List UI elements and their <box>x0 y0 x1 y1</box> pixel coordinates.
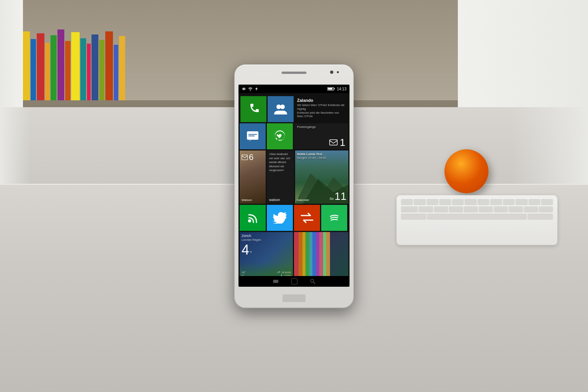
tile-spotify[interactable] <box>321 205 347 231</box>
svg-rect-12 <box>242 155 248 160</box>
tile-messages[interactable] <box>240 123 266 149</box>
watson-source: watson <box>269 198 292 202</box>
phone-body: 14:13 Zalando <box>235 65 353 308</box>
watson-label: Watson <box>242 198 252 202</box>
tile-watson[interactable]: 6 Watson <box>240 150 266 204</box>
inbox-count: 1 <box>340 137 345 147</box>
weather-precip: 💧 100% <box>280 274 291 276</box>
tile-rss[interactable] <box>240 205 266 231</box>
wifi-icon <box>248 87 253 91</box>
rss-icon <box>247 212 259 224</box>
calendar-event: Nokia Lumia Test <box>297 152 346 156</box>
zalando-title: Zalando <box>297 98 345 103</box>
tile-exchange[interactable] <box>294 205 320 231</box>
phone-bottom-area <box>283 294 305 302</box>
tile-calendar[interactable]: Nokia Lumia Test Morgen: 07:00 – 09:00 K… <box>295 150 348 204</box>
svg-point-1 <box>250 90 251 90</box>
weather-city: Zürich <box>242 234 291 238</box>
phone-speaker <box>282 72 307 74</box>
tile-phone[interactable] <box>240 96 266 122</box>
nfc-icon <box>242 87 246 91</box>
svg-rect-8 <box>248 134 257 135</box>
inbox-label: Posteingänge <box>297 125 345 129</box>
svg-point-16 <box>328 211 341 224</box>
twitter-bird-icon <box>273 212 287 224</box>
signal-icon <box>255 87 258 91</box>
status-time: 14:13 <box>337 87 346 91</box>
tile-whatsapp[interactable] <box>267 123 293 149</box>
status-bar: 14:13 <box>238 85 350 93</box>
screen-nav-bar <box>238 276 350 287</box>
nav-search[interactable] <box>310 278 316 284</box>
phone-sensor <box>337 71 339 73</box>
calendar-date: 11 <box>335 191 346 202</box>
weather-low: 0° <box>242 274 244 276</box>
tile-watson-news[interactable]: «Das bedeutet mir sehr viel. Ich werde d… <box>267 150 294 204</box>
calendar-day: So <box>330 197 334 201</box>
phone-camera <box>330 70 333 74</box>
status-right: 14:13 <box>327 87 346 91</box>
exchange-icon <box>301 212 314 223</box>
status-icons-left <box>242 87 258 91</box>
orange-ball <box>444 149 488 193</box>
zalando-text1: Wir lieben Marc O'Polo! Entdecke die Hig… <box>297 103 345 111</box>
wind-icon <box>277 271 281 274</box>
weather-condition: Leichter Regen <box>242 238 291 242</box>
tile-zalando[interactable]: Zalando Wir lieben Marc O'Polo! Entdecke… <box>295 96 348 122</box>
weather-wind: 14 km/h <box>277 271 291 274</box>
svg-rect-11 <box>330 140 337 145</box>
svg-line-35 <box>314 282 315 284</box>
svg-point-6 <box>280 105 285 109</box>
spotify-icon <box>327 211 341 225</box>
svg-rect-3 <box>334 88 335 90</box>
tile-people[interactable] <box>268 96 294 122</box>
weather-unit: ° <box>250 250 252 256</box>
calendar-time: Morgen: 07:00 – 09:00 <box>297 156 346 160</box>
nav-back[interactable] <box>272 278 279 285</box>
mail-sm-icon <box>242 155 248 160</box>
phone-reflection <box>242 308 346 317</box>
screen-tiles: Zalando Wir lieben Marc O'Polo! Entdecke… <box>238 93 350 276</box>
svg-point-0 <box>243 88 245 90</box>
tile-weather[interactable]: Zürich Leichter Regen 4 ° 14° <box>240 232 293 276</box>
tile-inbox[interactable]: Posteingänge 1 <box>294 123 348 149</box>
mail-icon <box>329 139 338 145</box>
svg-marker-33 <box>273 279 278 284</box>
svg-rect-9 <box>248 136 255 136</box>
battery-icon <box>327 87 335 91</box>
keyboard <box>397 195 557 245</box>
calendar-label: Kalender <box>297 198 309 202</box>
tile-photos[interactable]: Fotos <box>294 232 348 276</box>
svg-rect-4 <box>328 88 332 90</box>
zalando-text2: Entdecke jetzt die Neuheiten von Marc O'… <box>297 111 345 119</box>
phone: 14:13 Zalando <box>235 65 353 308</box>
phone-screen: 14:13 Zalando <box>238 85 350 287</box>
nav-windows[interactable] <box>291 278 297 284</box>
weather-temp: 4 <box>242 243 249 257</box>
weather-high: 14° <box>242 271 246 274</box>
svg-point-15 <box>248 219 251 222</box>
watson-quote: «Das bedeutet mir sehr viel. Ich werde d… <box>269 152 292 173</box>
tile-twitter-sm[interactable] <box>267 205 293 231</box>
watson-count: 6 <box>249 152 253 162</box>
